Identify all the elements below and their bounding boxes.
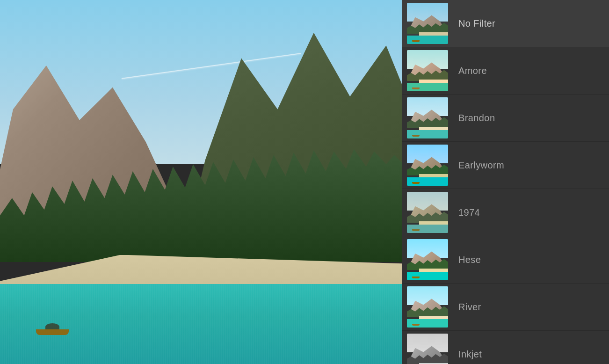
filter-item-hese[interactable]: Hese [402,236,609,284]
filter-item-inkjet[interactable]: Inkjet [402,331,609,364]
filter-thumbnail-earlyworm [407,145,448,186]
filter-label-1974: 1974 [458,207,480,218]
filter-thumbnail-1974 [407,192,448,233]
filter-label-no-filter: No Filter [458,18,495,29]
filter-thumbnail-brandon [407,97,448,138]
filter-item-amore[interactable]: Amore [402,47,609,95]
filter-item-no-filter[interactable]: No Filter [402,0,609,47]
filter-item-brandon[interactable]: Brandon [402,95,609,142]
filter-thumbnail-hese [407,239,448,280]
boat-body [36,329,69,335]
filter-item-river[interactable]: River [402,284,609,331]
filter-label-inkjet: Inkjet [458,349,482,360]
boat [36,323,73,335]
filter-thumbnail-river [407,286,448,328]
filter-thumbnail-inkjet [407,334,448,364]
filter-thumbnail-no-filter [407,3,448,44]
filter-item-earlyworm[interactable]: Earlyworm [402,142,609,189]
filter-label-hese: Hese [458,255,481,265]
filter-label-amore: Amore [458,66,487,76]
filter-label-brandon: Brandon [458,113,495,124]
filter-panel: No FilterAmoreBrandonEarlyworm1974HeseRi… [402,0,609,364]
main-image-area [0,0,402,364]
filter-thumbnail-amore [407,50,448,91]
filter-item-1974[interactable]: 1974 [402,189,609,236]
filter-label-earlyworm: Earlyworm [458,160,504,171]
filter-label-river: River [458,302,481,313]
